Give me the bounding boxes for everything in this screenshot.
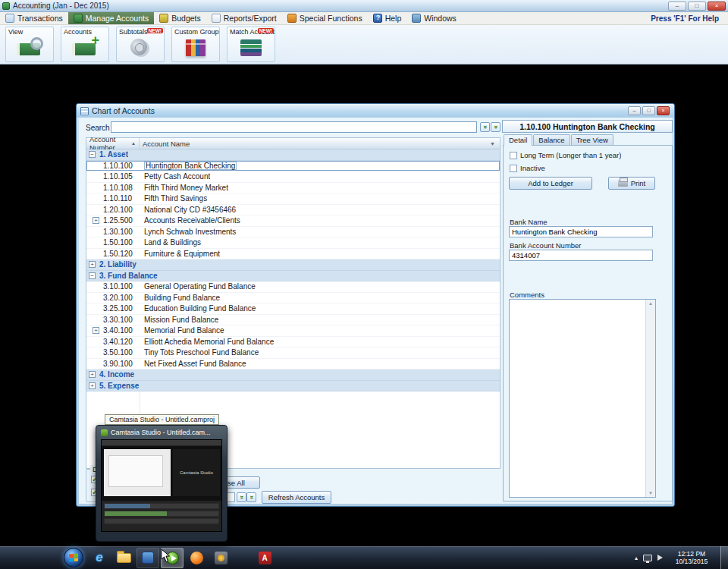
account-row[interactable]: + 1.25.500 Accounts Receivable/Clients (86, 215, 500, 227)
start-button[interactable] (64, 548, 83, 567)
account-row[interactable]: 3.90.100 Net Fixed Asset Fund Balance (86, 359, 500, 370)
taskbar-explorer-folder-icon[interactable] (112, 548, 135, 568)
tree-toggle-icon[interactable]: + (89, 371, 96, 378)
toolbar-view-button[interactable]: View (5, 27, 54, 62)
tray-expand-icon[interactable]: ▴ (635, 555, 638, 561)
menu-item-reports-export[interactable]: Reports/Export (206, 12, 282, 24)
tab-balance[interactable]: Balance (533, 134, 570, 145)
account-row[interactable]: − 3. Fund Balance (86, 271, 500, 282)
account-row[interactable]: 1.50.100 Land & Buildings (86, 237, 500, 249)
filter-dropdown-icon[interactable]: ▼ (490, 141, 497, 146)
bank-account-field[interactable] (509, 250, 653, 261)
footer-options-icon[interactable]: » (246, 492, 256, 502)
print-button[interactable]: Print (608, 177, 655, 190)
account-row[interactable]: 3.20.100 Building Fund Balance (86, 293, 500, 304)
taskbar-accounting-app-icon[interactable] (136, 548, 159, 568)
camtasia-preview-title: Camtasia Studio - Untitled.cam... (111, 429, 211, 436)
account-row[interactable]: 1.10.108 Fifth Third Money Market (86, 183, 500, 194)
close-icon[interactable]: × (708, 2, 726, 11)
taskbar-media-app-icon[interactable] (209, 548, 232, 568)
mouse-cursor (161, 549, 171, 566)
account-row[interactable]: 1.10.100 Huntington Bank Checking (86, 161, 500, 172)
account-number-cell: 1.20.100 (103, 206, 143, 214)
account-row[interactable]: 1.20.100 National City CD #3456466 (86, 205, 500, 216)
search-dropdown-icon[interactable]: » (480, 122, 490, 132)
account-row[interactable]: 3.25.100 Education Building Fund Balance (86, 303, 500, 315)
inactive-checkbox[interactable] (510, 165, 517, 172)
show-desktop-button[interactable] (720, 546, 728, 569)
taskbar-clock[interactable]: 12:12 PM 10/13/2015 (669, 550, 714, 566)
comments-textarea[interactable]: ▲ ▼ (509, 299, 656, 498)
menu-item-special-functions[interactable]: Special Functions (282, 12, 368, 24)
menu-item-windows[interactable]: Windows (406, 12, 462, 24)
thumbnail-menubar (102, 440, 221, 446)
menu-item-help[interactable]: Help (368, 12, 407, 24)
tree-toggle-icon[interactable]: − (89, 272, 96, 279)
menu-item-transactions[interactable]: Transactions (0, 12, 68, 24)
account-row[interactable]: 1.10.110 Fifth Third Savings (86, 193, 500, 205)
search-options-icon[interactable]: » (491, 122, 500, 132)
tree-toggle-icon[interactable]: + (93, 327, 99, 334)
account-row[interactable]: 3.50.100 Tiny Tots Preschool Fund Balanc… (86, 347, 500, 359)
menu-item-icon (373, 14, 382, 23)
tray-network-icon[interactable] (643, 555, 652, 561)
account-row[interactable]: 3.40.120 Elliott Achedia Memorial Fund B… (86, 337, 500, 348)
account-row[interactable]: + 3.40.100 Memorial Fund Balance (86, 325, 500, 337)
taskbar-adobe-reader-icon[interactable]: A (253, 548, 276, 568)
account-name-cell: Net Fixed Asset Fund Balance (144, 360, 246, 368)
long-term-checkbox[interactable] (510, 152, 517, 159)
account-row[interactable]: 1.30.100 Lynch Schwab Investments (86, 227, 500, 238)
camtasia-thumbnail[interactable]: Camtasia Studio (101, 439, 222, 532)
coa-close-icon[interactable]: × (657, 106, 670, 115)
tab-detail[interactable]: Detail (504, 134, 532, 146)
comments-scrollbar[interactable]: ▲ ▼ (645, 300, 655, 497)
account-name-cell: Elliott Achedia Memorial Fund Balance (144, 338, 274, 346)
menu-item-icon (287, 14, 297, 23)
account-row[interactable]: 3.30.100 Mission Fund Balance (86, 315, 500, 326)
tray-volume-icon[interactable] (657, 555, 663, 561)
account-row[interactable]: 1.10.105 Petty Cash Account (86, 171, 500, 183)
account-row[interactable]: − 1. Asset (86, 149, 500, 161)
toolbar-button-icon (236, 36, 266, 59)
scroll-up-icon[interactable]: ▲ (648, 300, 653, 307)
column-header-account-name[interactable]: Account Name ▼ (140, 138, 500, 149)
coa-titlebar[interactable]: Chart of Accounts – □ × (77, 104, 674, 118)
scroll-down-icon[interactable]: ▼ (648, 489, 653, 497)
tree-toggle-icon[interactable]: + (89, 382, 96, 389)
toolbar-subtotals-button[interactable]: Subtotals NEW! (116, 27, 165, 62)
tree-toggle-icon[interactable]: − (89, 151, 96, 158)
toolbar-custom-groups-button[interactable]: Custom Groups (171, 27, 220, 62)
footer-dropdown-icon[interactable]: » (237, 492, 246, 502)
menu-item-icon (159, 14, 168, 23)
detail-panel-header: 1.10.100 Huntington Bank Checking (502, 120, 673, 133)
menu-item-icon (412, 14, 421, 23)
tree-toggle-icon[interactable]: + (93, 217, 99, 224)
coa-minimize-icon[interactable]: – (628, 106, 641, 115)
column-header-account-number[interactable]: Account Number ▲ (86, 138, 140, 149)
account-row[interactable]: + 2. Liability (86, 259, 500, 271)
menu-item-manage-accounts[interactable]: Manage Accounts (68, 12, 154, 24)
minimize-icon[interactable]: – (668, 2, 686, 11)
menu-item-icon (74, 14, 83, 23)
taskbar-ie-icon[interactable]: e (88, 548, 111, 568)
account-name-cell: Memorial Fund Balance (144, 326, 224, 335)
taskbar-orange-app-icon[interactable] (185, 548, 208, 568)
tree-toggle-icon[interactable]: + (89, 261, 96, 268)
account-row[interactable]: + 4. Income (86, 369, 500, 381)
camtasia-preview-window[interactable]: Camtasia Studio - Untitled.cam... Camtas… (96, 425, 228, 542)
search-input[interactable] (111, 121, 477, 133)
account-row[interactable]: 3.10.100 General Operating Fund Balance (86, 281, 500, 293)
long-term-label: Long Term (Longer than 1 year) (520, 151, 621, 159)
toolbar-match-accounts-button[interactable]: Match Accounts NEW! (227, 27, 275, 62)
coa-maximize-icon[interactable]: □ (642, 106, 655, 115)
help-hint: Press 'F1' For Help (651, 14, 728, 23)
tab-tree-view[interactable]: Tree View (571, 134, 613, 145)
add-to-ledger-button[interactable]: Add to Ledger (509, 177, 592, 190)
toolbar-accounts-button[interactable]: Accounts (61, 27, 109, 62)
menu-item-budgets[interactable]: Budgets (154, 12, 206, 24)
refresh-accounts-button[interactable]: Refresh Accounts (262, 491, 331, 504)
account-row[interactable]: 1.50.120 Furniture & Equipment (86, 249, 500, 260)
bank-name-field[interactable] (509, 226, 653, 237)
maximize-icon[interactable]: □ (688, 2, 706, 11)
account-row[interactable]: + 5. Expense (86, 381, 500, 392)
